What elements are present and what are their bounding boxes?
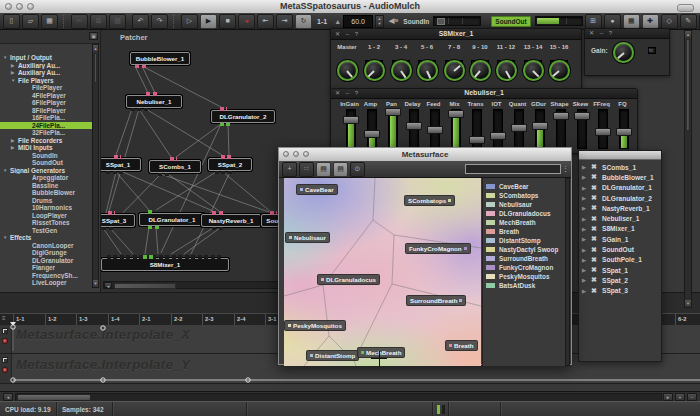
- palette-tree-item[interactable]: ▶MIDI Inputs: [0, 144, 92, 152]
- interpolate-options-button[interactable]: ⊙: [350, 162, 365, 177]
- palette-tree-item[interactable]: CanonLooper: [0, 242, 92, 250]
- stop-button[interactable]: ■: [219, 14, 236, 29]
- expand-arrow-icon[interactable]: ▶: [579, 277, 591, 283]
- disclosure-arrow-icon[interactable]: ▼: [3, 234, 10, 242]
- output-ports[interactable]: [148, 226, 161, 230]
- expand-arrow-icon[interactable]: ▶: [579, 257, 591, 263]
- output-ports[interactable]: [220, 123, 233, 127]
- scrollbar-thumb[interactable]: [114, 283, 176, 289]
- contraption-row[interactable]: ▶ ✖ NastyReverb_1: [579, 203, 661, 213]
- snapshot-marker[interactable]: PeskyMosquitos: [284, 320, 346, 331]
- scroll-up-button[interactable]: ▲: [685, 31, 691, 38]
- timeline-zoom-in-button[interactable]: +: [675, 393, 685, 401]
- expand-arrow-icon[interactable]: ▶: [579, 216, 591, 222]
- input-ports[interactable]: [148, 210, 155, 214]
- expand-arrow-icon[interactable]: ▶: [579, 288, 591, 294]
- palette-tree-item[interactable]: FrequencySh...: [0, 272, 92, 280]
- mixer-titlebar[interactable]: ✕ – ? S8Mixer_1: [331, 29, 581, 40]
- slider-thumb[interactable]: [406, 122, 422, 130]
- play-button[interactable]: ▶: [200, 14, 217, 29]
- snapshot-marker[interactable]: MechBreath: [357, 347, 405, 358]
- patcher-node[interactable]: DLGranulator_1: [139, 213, 205, 226]
- patcher-node[interactable]: SCombs_1: [149, 160, 201, 173]
- palette-tree-item[interactable]: ▼File Players: [0, 77, 92, 85]
- channel-gain-knob[interactable]: [337, 60, 358, 81]
- metasurface-pad[interactable]: CaveBear SCombatops Nebulisaur FunkyCroM…: [284, 178, 481, 366]
- metasurface-titlebar[interactable]: Metasurface: [279, 148, 571, 162]
- undo-button[interactable]: ↶: [132, 14, 149, 29]
- param-slider[interactable]: [430, 109, 440, 149]
- rewind-button[interactable]: ⇤: [257, 14, 274, 29]
- palette-options-button[interactable]: ▣: [89, 32, 98, 40]
- palette-tree-item[interactable]: LiveLooper: [0, 279, 92, 287]
- patcher-node[interactable]: SSpat_3: [101, 214, 135, 227]
- remove-icon[interactable]: ✖: [591, 173, 602, 181]
- param-slider[interactable]: [451, 109, 461, 149]
- scrollbar-thumb[interactable]: [686, 39, 690, 131]
- timeline-zoom-out-button[interactable]: −: [687, 393, 697, 401]
- palette-tree-item[interactable]: Flanger: [0, 264, 92, 272]
- minimize-button[interactable]: [16, 3, 23, 10]
- panel-window-buttons[interactable]: ✕ – ?: [589, 29, 614, 36]
- palette-tree-item[interactable]: ▼Effects: [0, 234, 92, 242]
- disclosure-arrow-icon[interactable]: ▼: [3, 167, 10, 175]
- palette-tree-item[interactable]: ▶File Recorders: [0, 137, 92, 145]
- highlight-ports[interactable]: [143, 255, 156, 259]
- snapshot-list-item[interactable]: MechBreath: [483, 218, 567, 227]
- remove-icon[interactable]: ✖: [591, 194, 602, 202]
- forward-button[interactable]: ⇥: [276, 14, 293, 29]
- contraption-row[interactable]: ▶ ✖ BubbleBlower_1: [579, 172, 661, 182]
- palette-tree-item[interactable]: 4FilePlayer: [0, 92, 92, 100]
- palette-tree-item[interactable]: DLGranulator: [0, 257, 92, 265]
- add-snapshot-button[interactable]: +: [282, 162, 297, 177]
- output-ports[interactable]: [215, 171, 235, 175]
- output-ports[interactable]: [158, 173, 171, 177]
- contraption-row[interactable]: ▶ ✖ SoundOut: [579, 244, 661, 254]
- param-slider[interactable]: [619, 109, 629, 149]
- param-slider[interactable]: [388, 109, 398, 149]
- timeline-scrollbar-thumb[interactable]: [18, 395, 90, 400]
- snapshot-list-item[interactable]: DistantStomp: [483, 236, 567, 245]
- input-ports[interactable]: [107, 255, 222, 259]
- timeline-scroll-left-button[interactable]: ◂: [3, 393, 13, 401]
- palette-tree-item[interactable]: Drums: [0, 197, 92, 205]
- input-ports[interactable]: [221, 155, 234, 159]
- zoom-button[interactable]: [27, 3, 34, 10]
- patcher-node[interactable]: Nebuliser_1: [126, 95, 182, 108]
- disclosure-arrow-icon[interactable]: ▶: [11, 69, 18, 77]
- param-slider[interactable]: [598, 109, 608, 149]
- main-v-scrollbar[interactable]: ▲ ▼: [684, 30, 692, 308]
- gain-mute-button[interactable]: m: [648, 47, 656, 54]
- slider-thumb[interactable]: [385, 108, 401, 116]
- patcher-node[interactable]: SSpat_2: [208, 158, 252, 171]
- slider-thumb[interactable]: [595, 128, 611, 136]
- expand-arrow-icon[interactable]: ▶: [579, 164, 591, 170]
- channel-gain-knob[interactable]: [417, 60, 438, 81]
- gain-titlebar[interactable]: ✕ – ?: [585, 29, 669, 39]
- contraption-row[interactable]: ▶ ✖ DLGranulator_1: [579, 183, 661, 193]
- new-file-button[interactable]: ▯: [3, 14, 20, 29]
- patcher-node[interactable]: SSpat_1: [101, 158, 141, 171]
- close-button[interactable]: [5, 3, 12, 10]
- patcher-node[interactable]: BubbleBlower_1: [130, 52, 190, 65]
- snapshot-list-item[interactable]: DLGranuladocus: [483, 209, 567, 218]
- ruler-options-icon[interactable]: ≡: [2, 315, 6, 321]
- contraption-row[interactable]: ▶ ✖ SouthPole_1: [579, 255, 661, 265]
- disclosure-arrow-icon[interactable]: ▶: [11, 144, 18, 152]
- open-file-button[interactable]: ▱: [22, 14, 39, 29]
- palette-tree-item[interactable]: ▼Input / Output: [0, 54, 92, 62]
- expand-arrow-icon[interactable]: ▶: [579, 226, 591, 232]
- palette-tree-item[interactable]: DigiGrunge: [0, 249, 92, 257]
- remove-icon[interactable]: ✖: [591, 204, 602, 212]
- contraption-row[interactable]: ▶ ✖ Nebuliser_1: [579, 213, 661, 223]
- expand-arrow-icon[interactable]: ▶: [579, 185, 591, 191]
- param-slider[interactable]: [493, 109, 503, 149]
- palette-tree-item[interactable]: ▶Auxiliary Au...: [0, 69, 92, 77]
- expand-arrow-icon[interactable]: ▶: [579, 205, 591, 211]
- snapshot-marker[interactable]: DLGranuladocus: [317, 274, 380, 285]
- palette-tree-item[interactable]: 6FilePlayer: [0, 99, 92, 107]
- output-ports[interactable]: [106, 171, 126, 175]
- patcher-node[interactable]: NastyReverb_1: [201, 214, 261, 227]
- slider-thumb[interactable]: [448, 110, 464, 118]
- channel-gain-knob[interactable]: [391, 60, 412, 81]
